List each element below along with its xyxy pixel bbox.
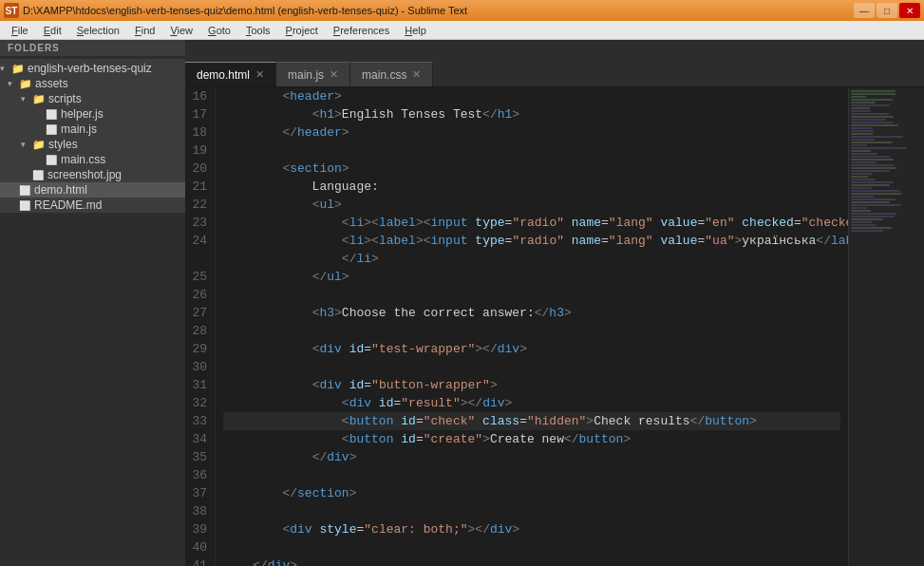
tab-tab-mainjs[interactable]: main.js✕	[276, 62, 350, 86]
code-line-23: <li><label><input type="radio" name="lan…	[223, 214, 840, 232]
menu-item-edit[interactable]: Edit	[36, 23, 69, 38]
code-line-19	[223, 142, 840, 160]
tab-label: demo.html	[197, 68, 250, 82]
tab-tab-maincss[interactable]: main.css✕	[350, 62, 433, 86]
menu-item-tools[interactable]: Tools	[238, 23, 278, 38]
tab-close-tab-demo[interactable]: ✕	[255, 68, 264, 81]
menu-item-file[interactable]: File	[4, 23, 36, 38]
code-line-31: <div id="button-wrapper">	[223, 376, 840, 394]
code-line-22: <ul>	[223, 196, 840, 214]
maximize-button[interactable]: □	[877, 3, 897, 18]
code-line-25: </ul>	[223, 268, 840, 286]
line-numbers: 161718192021222324 252627282930313233343…	[185, 87, 216, 566]
minimize-button[interactable]: —	[854, 3, 875, 18]
editor-wrapper: 161718192021222324 252627282930313233343…	[185, 87, 924, 566]
tab-label: main.js	[288, 68, 324, 82]
code-line-26	[223, 286, 840, 304]
title-bar-left: ST D:\XAMPP\htdocs\english-verb-tenses-q…	[4, 3, 467, 18]
menu-item-find[interactable]: Find	[127, 23, 162, 38]
sidebar-item-mainjs[interactable]: ⬜main.js	[0, 122, 185, 137]
code-line-28	[223, 322, 840, 340]
minimap	[848, 87, 924, 566]
tab-close-tab-maincss[interactable]: ✕	[412, 68, 421, 81]
code-line-37: </section>	[223, 484, 840, 502]
close-button[interactable]: ✕	[899, 3, 920, 18]
menu-item-preferences[interactable]: Preferences	[326, 23, 397, 38]
code-line-21: Language:	[223, 178, 840, 196]
menu-item-goto[interactable]: Goto	[200, 23, 238, 38]
code-line-33: <button id="check" class="hidden">Check …	[223, 412, 840, 430]
sidebar-item-readme[interactable]: ⬜README.md	[0, 198, 185, 213]
sidebar-item-helper[interactable]: ⬜helper.js	[0, 106, 185, 122]
code-line-20: <section>	[223, 160, 840, 178]
title-text: D:\XAMPP\htdocs\english-verb-tenses-quiz…	[23, 5, 467, 16]
code-line-27: <h3>Choose the correct answer:</h3>	[223, 304, 840, 322]
code-line-40	[223, 538, 840, 557]
code-line-41: </div>	[223, 557, 840, 566]
tab-close-tab-mainjs[interactable]: ✕	[330, 68, 338, 81]
sidebar-item-maincss[interactable]: ⬜main.css	[0, 152, 185, 167]
sidebar-item-root[interactable]: ▾📁english-verb-tenses-quiz	[0, 61, 185, 76]
title-bar-buttons: — □ ✕	[854, 3, 920, 18]
code-line-24: </li>	[223, 250, 840, 268]
tab-label: main.css	[362, 68, 406, 82]
app-icon: ST	[4, 3, 19, 18]
tab-tab-demo[interactable]: demo.html✕	[185, 62, 276, 86]
tabs-bar: demo.html✕main.js✕main.css✕	[185, 59, 924, 87]
sidebar-item-demo[interactable]: ⬜demo.html	[0, 182, 185, 198]
sidebar-item-scripts[interactable]: ▾📁scripts	[0, 91, 185, 106]
editor-container[interactable]: 161718192021222324 252627282930313233343…	[185, 87, 848, 566]
sidebar: ▾📁english-verb-tenses-quiz▾📁assets▾📁scri…	[0, 59, 185, 213]
sidebar-item-screenshot[interactable]: ⬜screenshot.jpg	[0, 167, 185, 182]
code-line-32: <div id="result"></div>	[223, 394, 840, 412]
menu-bar: FileEditSelectionFindViewGotoToolsProjec…	[0, 21, 924, 40]
code-line-29: <div id="test-wrapper"></div>	[223, 340, 840, 358]
code-line-18: </header>	[223, 123, 840, 142]
code-area: 161718192021222324 252627282930313233343…	[185, 87, 848, 566]
code-line-30	[223, 358, 840, 376]
code-line-16: <header>	[223, 87, 840, 105]
code-line-35: </div>	[223, 448, 840, 466]
sidebar-item-assets[interactable]: ▾📁assets	[0, 76, 185, 91]
main-content: ▾📁english-verb-tenses-quiz▾📁assets▾📁scri…	[0, 59, 924, 566]
sidebar-item-styles[interactable]: ▾📁styles	[0, 137, 185, 152]
code-line-39: <div style="clear: both;"></div>	[223, 520, 840, 538]
title-bar: ST D:\XAMPP\htdocs\english-verb-tenses-q…	[0, 0, 924, 21]
code-line-34: <button id="create">Create new</button>	[223, 430, 840, 448]
code-line-38	[223, 502, 840, 520]
code-line-24: <li><label><input type="radio" name="lan…	[223, 232, 840, 250]
code-line-17: <h1>English Tenses Test</h1>	[223, 105, 840, 123]
code-line-36	[223, 466, 840, 484]
menu-item-help[interactable]: Help	[397, 23, 434, 38]
menu-item-project[interactable]: Project	[278, 23, 326, 38]
menu-item-selection[interactable]: Selection	[69, 23, 127, 38]
code-content[interactable]: <header> <h1>English Tenses Test</h1> </…	[216, 87, 848, 566]
menu-item-view[interactable]: View	[162, 23, 200, 38]
folders-label: FOLDERS	[0, 40, 185, 56]
